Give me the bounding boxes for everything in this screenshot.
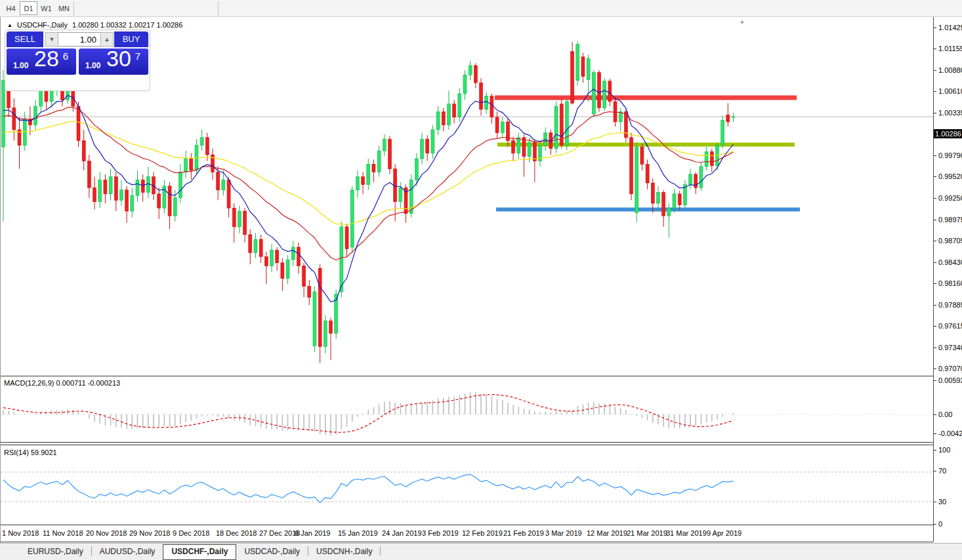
axis-tick: [934, 305, 936, 306]
candle-body: [131, 195, 134, 211]
timeframe-button-d1[interactable]: D1: [20, 1, 37, 15]
candle-body: [732, 117, 735, 117]
candle-body: [700, 167, 703, 188]
candle-body: [662, 192, 665, 216]
tab-eurusd[interactable]: EURUSD-,Daily: [20, 545, 91, 559]
axis-tick: [934, 348, 936, 348]
candle-body: [345, 227, 348, 249]
candle-body: [571, 51, 574, 103]
candle-body: [109, 176, 112, 193]
sell-price-quote[interactable]: 1.00 28 6: [7, 49, 76, 75]
buy-price-quote[interactable]: 1.00 30 7: [79, 49, 148, 75]
chart-tab-bar: EURUSD-,DailyAUDUSD-,DailyUSDCHF-,DailyU…: [0, 543, 962, 560]
candle-body: [125, 190, 129, 211]
candle-body: [2, 81, 5, 147]
collapse-icon[interactable]: ▲: [7, 22, 12, 28]
axis-tick: [934, 502, 936, 502]
timeframe-button-mn[interactable]: MN: [55, 1, 73, 15]
level-line-support: [496, 207, 800, 211]
tab-usdcnh[interactable]: USDCNH-,Daily: [308, 545, 380, 559]
candle-body: [157, 194, 161, 208]
date-axis-label: 3 Feb 2019: [422, 529, 459, 537]
sell-price-pips: 28: [34, 46, 59, 71]
price-axis-label: 0.97885: [938, 301, 962, 309]
candle-body: [501, 122, 504, 133]
chart-window: ▲ USDCHF-,Daily 1.00280 1.00332 1.00217 …: [0, 17, 962, 543]
candle-body: [297, 247, 300, 266]
chart-symbol-label: USDCHF-,Daily: [17, 21, 68, 29]
pane-separator[interactable]: [1, 376, 933, 376]
tab-usdcad[interactable]: USDCAD-,Daily: [236, 545, 308, 559]
candle-body: [415, 159, 418, 180]
candle-body: [576, 45, 579, 81]
candle-body: [77, 106, 80, 141]
candle-body: [205, 138, 209, 155]
date-axis-label: 21 Feb 2019: [503, 529, 544, 537]
macd-indicator-canvas[interactable]: [1, 376, 933, 442]
candle-body: [635, 147, 638, 212]
lot-decrease-button[interactable]: ▼: [45, 32, 58, 47]
tab-usdchf[interactable]: USDCHF-,Daily: [163, 544, 236, 560]
candle-body: [453, 104, 456, 117]
tab-audusd[interactable]: AUDUSD-,Daily: [92, 545, 163, 559]
candle-body: [383, 139, 386, 151]
chart-shift-marker-icon[interactable]: ▼: [740, 20, 745, 26]
current-price-tag: 1.00286: [934, 129, 962, 138]
date-axis-label: 29 Nov 2018: [129, 529, 170, 537]
axis-tick: [934, 262, 936, 263]
candle-body: [281, 263, 284, 279]
macd-histogram: [3, 392, 733, 435]
candle-body: [512, 141, 515, 153]
candle-body: [324, 321, 327, 346]
date-axis-label: 3 Mar 2019: [545, 529, 582, 537]
date-axis-label: 31 Mar 2019: [666, 529, 707, 537]
axis-tick: [934, 155, 936, 156]
timeframe-button-w1[interactable]: W1: [37, 1, 55, 15]
candle-body: [490, 96, 493, 117]
candle-body: [554, 106, 558, 148]
price-axis[interactable]: 1.014251.011551.008801.006101.003351.000…: [933, 17, 962, 542]
chart-title: ▲ USDCHF-,Daily 1.00280 1.00332 1.00217 …: [7, 21, 185, 29]
candle-body: [104, 180, 107, 193]
date-axis-label: 15 Jan 2019: [338, 529, 378, 537]
application-window: H4 D1 W1 MN ▲ USDCHF-,Daily 1.00280 1.00…: [0, 0, 962, 560]
price-axis-label: 0.97070: [938, 365, 962, 372]
timeframe-button-h4[interactable]: H4: [2, 1, 20, 15]
candle-body: [227, 180, 230, 208]
level-line-resistance: [495, 95, 797, 100]
buy-price-prefix: 1.00: [85, 61, 100, 70]
date-axis-label: 20 Nov 2018: [86, 529, 127, 537]
candle-body: [232, 208, 236, 227]
date-axis-label: 18 Dec 2018: [216, 529, 257, 537]
axis-tick: [934, 414, 936, 415]
candle-body: [254, 239, 257, 252]
candle-body: [136, 180, 139, 195]
candle-body: [217, 172, 220, 190]
axis-tick: [934, 380, 936, 381]
price-axis-label: 0.99520: [938, 172, 962, 180]
candle-body: [619, 111, 622, 122]
candle-body: [592, 73, 595, 114]
candle-body: [587, 58, 590, 79]
price-axis-label: 1.00610: [938, 87, 962, 95]
candle-body: [340, 227, 343, 292]
axis-tick: [934, 283, 936, 284]
rsi-indicator-canvas[interactable]: [1, 446, 933, 525]
price-axis-label: 1.00335: [938, 109, 962, 117]
date-axis-label: 6 Jan 2019: [295, 529, 330, 537]
axis-tick: [934, 176, 936, 177]
time-axis[interactable]: 1 Nov 201811 Nov 201820 Nov 201829 Nov 2…: [1, 526, 933, 542]
buy-button[interactable]: BUY: [114, 31, 148, 47]
rsi-axis-label: 70: [938, 467, 946, 475]
lot-increase-button[interactable]: ▲: [100, 32, 114, 47]
candle-body: [495, 117, 499, 133]
candle-body: [23, 119, 26, 145]
candle-body: [119, 190, 123, 201]
candle-body: [98, 180, 102, 201]
lot-size-input[interactable]: [58, 32, 100, 47]
sell-button[interactable]: SELL: [7, 31, 43, 47]
candle-body: [640, 147, 644, 164]
candle-body: [533, 142, 536, 161]
pane-separator[interactable]: [1, 445, 933, 445]
pane-separator[interactable]: [1, 442, 933, 443]
